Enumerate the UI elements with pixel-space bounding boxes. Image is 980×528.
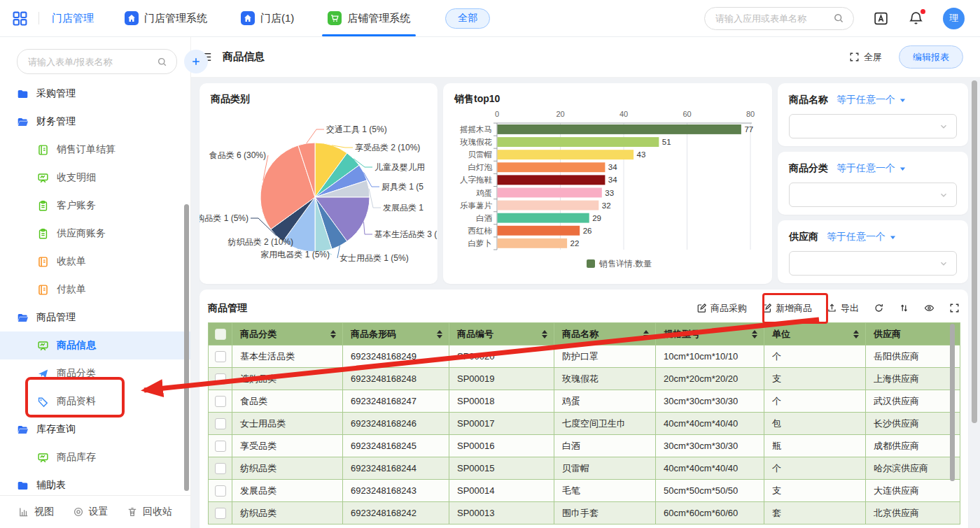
bar-白萝卜[interactable] [498, 238, 568, 248]
column-header-商品编号[interactable]: 商品编号 [449, 323, 554, 345]
table-row[interactable]: 纺织品类6923248168242SP00013围巾手套60cm*60cm*60… [209, 502, 960, 525]
sidebar-item-收款单[interactable]: 收款单 [0, 248, 190, 276]
sidebar-item-财务管理[interactable]: 财务管理 [0, 108, 190, 136]
app-tab-3[interactable]: 店铺管理系统 [328, 0, 410, 36]
global-search-input[interactable] [704, 7, 854, 30]
column-header-商品分类[interactable]: 商品分类 [232, 323, 343, 345]
apps-grid-icon[interactable] [13, 11, 27, 26]
bell-icon[interactable] [908, 10, 924, 27]
table-row[interactable]: 纺织品类6923248168244SP00015贝雷帽40cm*40cm*40/… [209, 457, 960, 480]
sort-button[interactable] [899, 303, 909, 313]
column-header-单位[interactable]: 单位 [764, 323, 866, 345]
refresh-button[interactable] [874, 303, 884, 313]
app-tab-1[interactable]: 门店管理系统 [125, 0, 207, 36]
edit-report-button[interactable]: 编辑报表 [899, 45, 963, 69]
filter-value-select[interactable] [789, 183, 957, 207]
sidebar-item-销售订单结算[interactable]: 销售订单结算 [0, 136, 190, 164]
sidebar-search-field[interactable] [27, 56, 153, 68]
bar-西红柿[interactable] [498, 226, 580, 236]
row-checkbox[interactable] [215, 508, 226, 519]
avatar[interactable]: 理 [943, 8, 965, 29]
bar-贝雷帽[interactable] [498, 150, 634, 159]
sidebar-item-商品信息[interactable]: 商品信息 [0, 331, 190, 359]
sidebar-item-收支明细[interactable]: 收支明细 [0, 164, 190, 192]
table-row[interactable]: 享受品类6923248168245SP00016白酒30cm*30cm*30/3… [209, 435, 960, 457]
sidebar-item-库存查询[interactable]: 库存查询 [0, 415, 190, 443]
filter-operator-dropdown[interactable]: 等于任意一个 [836, 162, 906, 175]
table-row[interactable]: 选购品类6923248168248SP00019玫瑰假花20cm*20cm*20… [209, 368, 960, 390]
row-checkbox[interactable] [215, 418, 226, 429]
商品采购-button[interactable]: 商品采购 [696, 302, 747, 315]
column-header-供应商[interactable]: 供应商 [866, 323, 960, 345]
sort-icon[interactable] [330, 330, 336, 338]
row-checkbox[interactable] [215, 463, 226, 474]
bar-value-label: 33 [605, 189, 614, 197]
legend-label[interactable]: 销售详情.数量 [598, 259, 652, 269]
filter-operator-dropdown[interactable]: 等于任意一个 [836, 94, 906, 106]
fullscreen-button[interactable] [949, 303, 960, 313]
sidebar-item-商品管理[interactable]: 商品管理 [0, 304, 190, 331]
sidebar-item-商品分类[interactable]: 商品分类 [0, 359, 190, 387]
add-form-button[interactable] [184, 50, 208, 73]
sort-icon[interactable] [752, 330, 757, 338]
sidebar-item-商品资料[interactable]: 商品资料 [0, 387, 190, 415]
row-checkbox[interactable] [215, 351, 226, 362]
bar-摇摇木马[interactable] [498, 124, 741, 134]
filter-operator-dropdown[interactable]: 等于任意一个 [827, 231, 897, 243]
eye-button[interactable] [924, 303, 934, 313]
fullscreen-button[interactable]: 全屏 [849, 51, 882, 64]
row-checkbox[interactable] [215, 396, 226, 407]
table-cell: 武汉供应商 [866, 390, 960, 413]
table-cell: 上海供应商 [866, 368, 960, 390]
新增商品-button[interactable]: 新增商品 [762, 302, 812, 315]
table-row[interactable]: 女士用品类6923248168246SP00017七度空间卫生巾40cm*40c… [209, 413, 960, 435]
sidebar-item-label: 付款单 [57, 283, 86, 296]
table-cell: 基本生活品类 [232, 345, 343, 368]
sidebar-footer-视图[interactable]: 视图 [18, 506, 54, 518]
sidebar-item-采购管理[interactable]: 采购管理 [0, 80, 190, 108]
edit-icon [696, 303, 707, 313]
bar-玫瑰假花[interactable] [498, 137, 659, 147]
bar-鸡蛋[interactable] [498, 188, 602, 198]
sort-icon[interactable] [542, 330, 547, 338]
sidebar-scrollbar[interactable] [184, 204, 189, 491]
column-header-规格型号[interactable]: 规格型号 [656, 323, 764, 345]
global-search-field[interactable] [714, 13, 827, 24]
bar-乐事薯片[interactable] [498, 201, 599, 211]
sidebar-footer-设置[interactable]: 设置 [73, 506, 108, 518]
sidebar-item-商品库存[interactable]: 商品库存 [0, 443, 190, 471]
bar-白酒[interactable] [498, 213, 589, 223]
sidebar-search-input[interactable] [17, 49, 177, 74]
all-apps-pill[interactable]: 全部 [445, 8, 490, 29]
bar-人字拖鞋[interactable] [498, 175, 606, 185]
sort-icon[interactable] [437, 330, 442, 338]
filter-value-select[interactable] [789, 114, 957, 138]
filter-value-select[interactable] [789, 251, 957, 276]
sidebar-item-客户账务[interactable]: 客户账务 [0, 192, 190, 220]
select-all-checkbox[interactable] [215, 329, 226, 340]
column-header-商品名称[interactable]: 商品名称 [554, 323, 656, 345]
导出-button[interactable]: 导出 [827, 302, 859, 315]
bar-白灯泡[interactable] [498, 162, 606, 172]
row-checkbox[interactable] [215, 485, 226, 497]
table-row[interactable]: 发展品类6923248168243SP00014毛笔50cm*50cm*50/5… [209, 480, 960, 502]
page-scrollbar[interactable] [972, 80, 977, 423]
dashboard-content: 享受品类 2 (10%)儿童及婴儿用厨具类 1 (5发展品类 1基本生活品类 3… [190, 78, 980, 528]
sort-icon[interactable] [643, 330, 649, 338]
table-row[interactable]: 食品类6923248168247SP00018鸡蛋30cm*30cm*30/30… [209, 390, 960, 413]
table-scrollbar[interactable] [950, 324, 955, 481]
app-tab-2[interactable]: 门店(1) [241, 0, 294, 36]
table-row[interactable]: 基本生活品类6923248168249SP00020防护口罩10cm*10cm*… [209, 345, 960, 368]
sort-icon[interactable] [853, 330, 859, 338]
row-checkbox[interactable] [215, 441, 226, 452]
nav-store-management[interactable]: 门店管理 [52, 12, 94, 25]
sidebar-item-付款单[interactable]: 付款单 [0, 276, 190, 304]
row-checkbox[interactable] [215, 373, 226, 385]
legend-swatch[interactable] [587, 259, 595, 268]
table-cell: 40cm*40cm*40/40 [656, 457, 764, 480]
table-cell: 6923248168247 [343, 390, 449, 413]
approval-icon[interactable] [873, 10, 889, 27]
sidebar-item-供应商账务[interactable]: 供应商账务 [0, 220, 190, 248]
column-header-商品条形码[interactable]: 商品条形码 [343, 323, 449, 345]
sidebar-footer-回收站[interactable]: 回收站 [127, 506, 172, 518]
